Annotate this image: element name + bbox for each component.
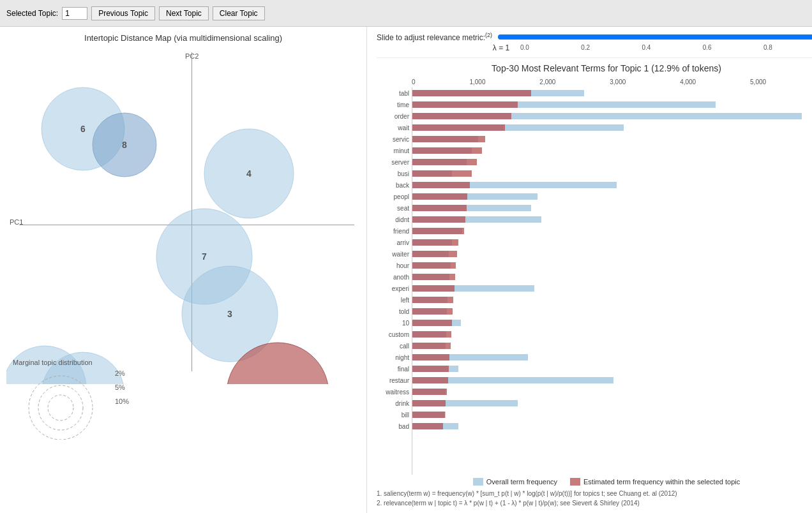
svg-text:4: 4	[246, 168, 252, 179]
term-label: server	[377, 156, 412, 168]
term-label: restaur	[377, 375, 412, 386]
bar-row	[412, 260, 812, 271]
marginal-section: Marginal topic distribution 2% 5% 10%	[6, 359, 360, 440]
term-label: seat	[377, 202, 412, 214]
bar-red	[412, 366, 449, 372]
term-label: wait	[377, 122, 412, 133]
term-label: final	[377, 363, 412, 375]
term-label: peopl	[377, 191, 412, 202]
bar-row	[412, 386, 812, 398]
term-label: time	[377, 99, 412, 110]
bar-row	[412, 329, 812, 340]
term-label: didnt	[377, 214, 412, 225]
intertopic-map: PC2 PC1 68473125	[6, 46, 361, 378]
bar-row	[412, 202, 812, 214]
term-label: bill	[377, 409, 412, 420]
legend-2pct: 2%	[115, 369, 129, 377]
term-label: bad	[377, 420, 412, 432]
slider-tick: 0.0	[520, 44, 529, 51]
bar-red	[412, 389, 447, 395]
toolbar: Selected Topic: Previous Topic Next Topi…	[0, 0, 812, 27]
bar-red	[412, 285, 455, 292]
x-axis-label: 1,000	[469, 78, 485, 86]
term-label: anoth	[377, 271, 412, 283]
bar-red	[412, 297, 453, 303]
x-axis-label: 3,000	[610, 78, 626, 86]
bar-red	[412, 354, 449, 361]
slider-section: Slide to adjust relevance metric:(2) ⊞ λ…	[377, 32, 812, 58]
bar-row	[412, 145, 812, 156]
legend-5pct: 5%	[115, 383, 129, 391]
term-label: hour	[377, 260, 412, 271]
marginal-title: Marginal topic distribution	[13, 359, 360, 366]
legend-blue-box	[473, 478, 483, 486]
selected-topic-label: Selected Topic:	[6, 9, 58, 18]
slider-tick: 0.6	[703, 44, 712, 51]
bar-red	[412, 159, 477, 165]
bar-row	[412, 294, 812, 306]
legend-section: Overall term frequency Estimated term fr…	[377, 478, 812, 486]
chart-area: tabltimeorderwaitservicminutserverbusiba…	[377, 87, 812, 475]
next-topic-button[interactable]: Next Topic	[159, 6, 209, 20]
svg-text:7: 7	[202, 251, 207, 262]
x-axis-labels: 01,0002,0003,0004,0005,0006,000	[377, 78, 812, 86]
marginal-legend: 2% 5% 10%	[115, 369, 129, 412]
term-label: friend	[377, 225, 412, 237]
relevance-slider[interactable]	[497, 32, 812, 42]
bar-row	[412, 225, 812, 237]
legend-red-label: Estimated term frequency within the sele…	[583, 478, 740, 486]
term-label: busi	[377, 168, 412, 179]
term-label: arriv	[377, 237, 412, 248]
slider-tick: 0.2	[581, 44, 590, 51]
bar-row	[412, 271, 812, 283]
bar-red	[412, 90, 531, 96]
bar-row	[412, 363, 812, 375]
bar-red	[412, 251, 457, 257]
bar-red	[412, 170, 472, 177]
bar-row	[412, 99, 812, 110]
bar-red	[412, 343, 451, 349]
bar-row	[412, 179, 812, 191]
bar-row	[412, 398, 812, 409]
bar-red	[412, 423, 443, 429]
svg-text:6: 6	[80, 124, 86, 134]
bar-row	[412, 156, 812, 168]
bar-red	[412, 216, 465, 223]
bar-red	[412, 124, 505, 131]
term-label: experi	[377, 283, 412, 294]
term-label: 10	[377, 317, 412, 329]
clear-topic-button[interactable]: Clear Topic	[213, 6, 265, 20]
svg-text:3: 3	[227, 309, 232, 319]
slider-label: Slide to adjust relevance metric:(2)	[377, 32, 492, 42]
bar-row	[412, 283, 812, 294]
slider-ticks: 0.00.20.40.60.81.0	[517, 44, 812, 51]
main-content: Intertopic Distance Map (via multidimens…	[0, 27, 812, 513]
bar-row	[412, 214, 812, 225]
bar-red	[412, 228, 464, 234]
y-axis-labels: tabltimeorderwaitservicminutserverbusiba…	[377, 87, 412, 475]
bar-red	[412, 274, 455, 280]
term-label: waitress	[377, 386, 412, 398]
bar-row	[412, 237, 812, 248]
legend-10pct: 10%	[115, 398, 129, 405]
term-label: waiter	[377, 248, 412, 260]
bar-red	[412, 400, 446, 406]
term-label: tabl	[377, 87, 412, 99]
previous-topic-button[interactable]: Previous Topic	[91, 6, 155, 20]
marginal-circles-svg	[13, 369, 109, 440]
footnote-2: 2. relevance(term w | topic t) = λ * p(w…	[377, 498, 812, 508]
topic-input[interactable]	[62, 7, 87, 20]
term-label: night	[377, 352, 412, 363]
term-label: call	[377, 340, 412, 352]
bar-red	[412, 320, 452, 326]
footnote-1: 1. saliency(term w) = frequency(w) * [su…	[377, 489, 812, 498]
right-panel: Slide to adjust relevance metric:(2) ⊞ λ…	[367, 27, 812, 513]
bar-row	[412, 87, 812, 99]
slider-tick: 0.4	[642, 44, 650, 51]
bar-row	[412, 306, 812, 317]
bar-row	[412, 352, 812, 363]
bar-red	[412, 101, 518, 108]
svg-point-17	[38, 385, 83, 430]
legend-item-red: Estimated term frequency within the sele…	[570, 478, 740, 486]
bar-red	[412, 377, 448, 383]
